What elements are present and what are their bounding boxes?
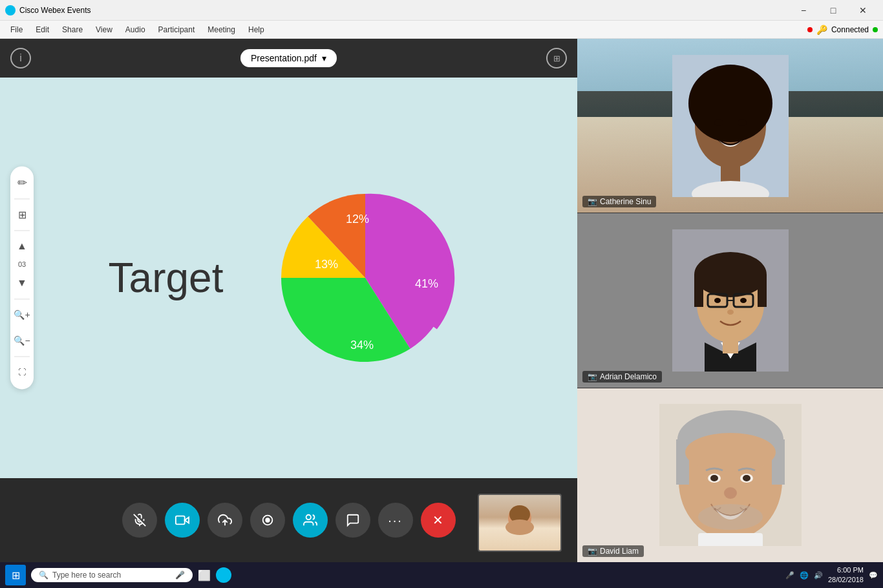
catherine-name-tag: 📷 Catherine Sinu — [582, 196, 656, 207]
fit-icon: ⛶ — [18, 368, 26, 377]
chevron-down-icon: ▼ — [17, 278, 27, 289]
fit-screen-button[interactable]: ⛶ — [10, 361, 34, 384]
self-face-svg — [500, 500, 539, 545]
mute-button[interactable] — [122, 503, 157, 538]
svg-point-13 — [688, 65, 772, 142]
info-button[interactable]: i — [10, 48, 31, 68]
menu-edit[interactable]: Edit — [30, 24, 54, 36]
start-button[interactable]: ⊞ — [5, 565, 26, 585]
presentation-area: i Presentation.pdf ▾ ⊞ ✏ ⊞ — [0, 39, 577, 562]
camera-icon-catherine: 📷 — [588, 197, 597, 206]
svg-rect-34 — [772, 439, 785, 485]
presentation-toolbar: i Presentation.pdf ▾ ⊞ — [0, 39, 577, 78]
taskbar-time: 6:00 PM — [828, 565, 864, 575]
svg-point-20 — [694, 252, 767, 297]
toolbar-divider3 — [14, 299, 30, 300]
app-logo — [5, 5, 16, 16]
page-down-button[interactable]: ▼ — [10, 272, 34, 295]
side-toolbar: ✏ ⊞ ▲ 03 ▼ 🔍+ — [10, 166, 34, 389]
video-bottom-bar: ··· ✕ — [0, 478, 577, 562]
svg-rect-21 — [694, 275, 703, 307]
taskbar-icon-network: 🌐 — [800, 571, 809, 580]
share-button[interactable] — [207, 503, 242, 538]
svg-point-7 — [306, 515, 310, 520]
taskbar-date: 28/02/2018 — [828, 575, 864, 585]
zoom-in-icon: 🔍+ — [14, 310, 30, 320]
svg-point-15 — [738, 120, 747, 126]
svg-point-14 — [714, 120, 723, 126]
record-button[interactable] — [250, 503, 285, 538]
annotate-button[interactable]: ✏ — [10, 171, 34, 194]
toolbar-divider — [14, 198, 30, 199]
label-13: 13% — [315, 258, 338, 271]
participants-panel: 📷 Catherine Sinu — [577, 39, 883, 562]
video-button[interactable] — [165, 503, 200, 538]
label-34: 34% — [350, 339, 374, 352]
info-icon: i — [19, 52, 22, 64]
david-name: David Liam — [600, 547, 639, 556]
pie-chart: 41% 34% 13% 12% — [262, 174, 469, 381]
taskbar-search[interactable]: 🔍 Type here to search 🎤 — [31, 568, 193, 582]
catherine-name: Catherine Sinu — [600, 197, 651, 206]
svg-rect-29 — [723, 341, 738, 353]
search-icon: 🔍 — [39, 571, 48, 580]
more-icon: ··· — [388, 513, 403, 528]
menu-help[interactable]: Help — [243, 24, 270, 36]
menu-participant[interactable]: Participant — [153, 24, 200, 36]
page-up-button[interactable]: ▲ — [10, 235, 34, 258]
david-name-tag: 📷 David Liam — [582, 545, 644, 557]
svg-point-35 — [685, 433, 776, 472]
svg-point-27 — [740, 298, 747, 303]
presentation-name-button[interactable]: Presentation.pdf ▾ — [240, 49, 337, 67]
menu-file[interactable]: File — [5, 24, 28, 36]
zoom-in-button[interactable]: 🔍+ — [10, 304, 34, 327]
grid-icon: ⊞ — [18, 209, 27, 221]
svg-point-26 — [714, 298, 721, 303]
participant-video-david: 📷 David Liam — [577, 388, 883, 562]
svg-point-39 — [743, 475, 750, 481]
camera-icon-adrian: 📷 — [588, 372, 597, 381]
control-buttons: ··· ✕ — [122, 503, 456, 538]
layout-button[interactable]: ⊞ — [546, 48, 567, 68]
presentation-filename: Presentation.pdf — [251, 53, 317, 63]
participants-button[interactable] — [293, 503, 328, 538]
self-video-thumbnail — [478, 494, 562, 552]
window-controls: − □ ✕ — [789, 0, 878, 21]
taskbar: ⊞ 🔍 Type here to search 🎤 ⬜ 🎤 🌐 🔊 6:00 P… — [0, 562, 883, 588]
adrian-face — [672, 229, 789, 372]
connected-indicator — [873, 27, 878, 32]
svg-point-6 — [266, 518, 270, 522]
security-icon: 🔑 — [816, 25, 827, 35]
notification-icon[interactable]: 💬 — [869, 571, 878, 580]
menu-view[interactable]: View — [90, 24, 118, 36]
zoom-out-button[interactable]: 🔍− — [10, 330, 34, 353]
end-call-button[interactable]: ✕ — [421, 503, 456, 538]
task-view-icon[interactable]: ⬜ — [198, 569, 211, 582]
svg-marker-2 — [184, 517, 188, 523]
menu-meeting[interactable]: Meeting — [202, 24, 240, 36]
svg-point-10 — [505, 520, 534, 535]
svg-point-28 — [727, 310, 734, 315]
svg-rect-33 — [676, 439, 689, 485]
more-button[interactable]: ··· — [378, 503, 413, 538]
title-bar: Cisco Webex Events − □ ✕ — [0, 0, 883, 21]
slide-title: Target — [109, 254, 224, 302]
camera-icon-david: 📷 — [588, 547, 597, 556]
maximize-button[interactable]: □ — [818, 0, 848, 21]
menu-bar: File Edit Share View Audio Participant M… — [0, 21, 883, 39]
layout-icon: ⊞ — [553, 54, 560, 63]
page-indicator: 03 — [18, 260, 26, 269]
menu-share[interactable]: Share — [57, 24, 88, 36]
svg-point-38 — [710, 475, 718, 481]
svg-point-41 — [698, 504, 763, 530]
participant-video-adrian: 📷 Adrian Delamico — [577, 213, 883, 388]
grid-view-button[interactable]: ⊞ — [10, 203, 34, 226]
chat-button[interactable] — [335, 503, 370, 538]
taskbar-icon-mic: 🎤 — [785, 571, 794, 580]
menu-audio[interactable]: Audio — [120, 24, 151, 36]
dropdown-icon: ▾ — [322, 53, 326, 63]
webex-taskbar-icon[interactable] — [216, 567, 231, 583]
close-button[interactable]: ✕ — [848, 0, 878, 21]
minimize-button[interactable]: − — [789, 0, 818, 21]
record-icon — [261, 513, 275, 527]
